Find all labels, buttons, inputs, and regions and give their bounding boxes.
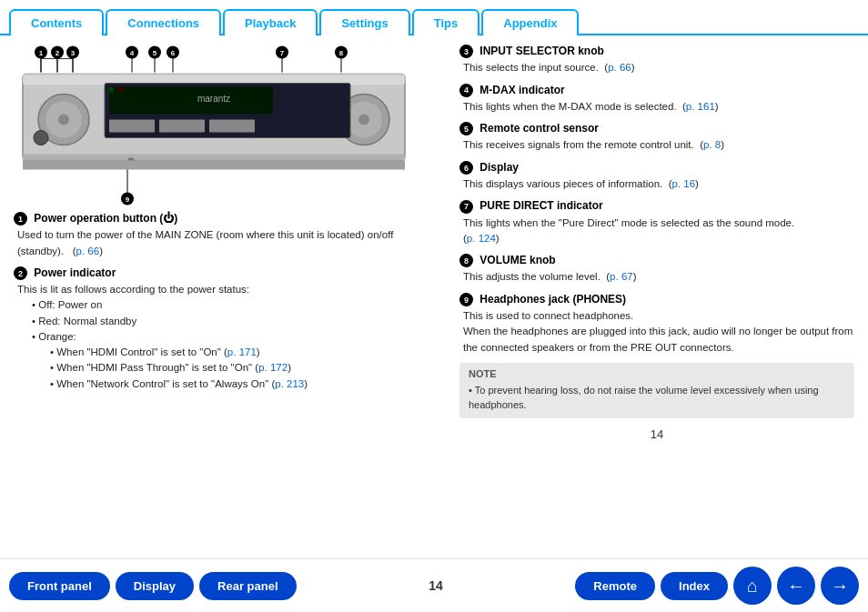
desc-section-4: 4 M-DAX indicator This lights when the M…: [459, 84, 854, 115]
svg-rect-8: [105, 84, 350, 138]
badge-1: 1: [14, 212, 27, 226]
index-button[interactable]: Index: [661, 572, 728, 600]
forward-icon: →: [831, 576, 849, 597]
right-panel: 3 INPUT SELECTOR knob This selects the i…: [450, 45, 854, 441]
link-p124[interactable]: p. 124: [467, 233, 496, 244]
svg-point-2: [38, 95, 89, 145]
desc-title-1: 1 Power operation button (⏻): [14, 212, 441, 226]
svg-text:marantz: marantz: [197, 94, 230, 104]
link-p66-2[interactable]: p. 66: [608, 62, 631, 73]
svg-text:8: 8: [339, 49, 344, 57]
svg-point-45: [121, 193, 134, 206]
svg-rect-1: [23, 75, 405, 85]
desc-title-2: 2 Power indicator: [14, 266, 441, 280]
badge-3: 3: [459, 45, 473, 58]
top-nav: Contents Connections Playback Settings T…: [0, 7, 868, 35]
desc-title-5: 5 Remote control sensor: [459, 122, 854, 135]
list-item: When "Network Control" is set to "Always…: [50, 376, 441, 392]
orange-sub-list: When "HDMI Control" is set to "On" (p. 1…: [50, 345, 441, 392]
forward-button[interactable]: →: [821, 567, 859, 605]
tab-contents[interactable]: Contents: [9, 9, 104, 35]
link-p16[interactable]: p. 16: [671, 178, 695, 189]
svg-text:6: 6: [171, 49, 176, 57]
svg-point-14: [108, 87, 114, 93]
back-icon: ←: [787, 576, 805, 597]
svg-rect-12: [209, 120, 255, 133]
desc-title-8: 8 VOLUME knob: [459, 254, 854, 267]
display-button[interactable]: Display: [116, 572, 194, 600]
svg-rect-11: [159, 120, 205, 133]
desc-section-9: 9 Headphones jack (PHONES) This is used …: [459, 293, 854, 356]
svg-rect-10: [109, 120, 155, 133]
list-item: Off: Power on: [32, 297, 441, 313]
list-item: Orange: When "HDMI Control" is set to "O…: [32, 329, 441, 392]
badge-8: 8: [459, 254, 473, 267]
tab-tips[interactable]: Tips: [412, 9, 480, 35]
desc-body-7: This lights when the "Pure Direct" mode …: [463, 216, 854, 247]
badge-2: 2: [14, 266, 27, 280]
desc-title-7: 7 PURE DIRECT indicator: [459, 199, 854, 213]
svg-point-42: [335, 46, 348, 59]
note-text: • To prevent hearing loss, do not raise …: [469, 383, 845, 413]
desc-body-1: Used to turn the power of the MAIN ZONE …: [17, 227, 441, 259]
note-label: NOTE: [469, 368, 845, 379]
home-button[interactable]: ⌂: [733, 567, 772, 605]
desc-section-3: 3 INPUT SELECTOR knob This selects the i…: [459, 45, 854, 76]
note-box: NOTE • To prevent hearing loss, do not r…: [459, 363, 854, 418]
badge-9: 9: [459, 293, 473, 306]
badge-4: 4: [459, 84, 473, 97]
front-panel-button[interactable]: Front panel: [9, 572, 110, 600]
rear-panel-button[interactable]: Rear panel: [199, 572, 296, 600]
desc-body-5: This receives signals from the remote co…: [463, 137, 854, 153]
bottom-nav: Front panel Display Rear panel 14 Remote…: [0, 558, 868, 612]
device-diagram: marantz 1 2: [14, 45, 414, 208]
svg-point-36: [167, 46, 179, 59]
desc-body-3: This selects the input source. (p. 66): [463, 60, 854, 75]
desc-section-8: 8 VOLUME knob This adjusts the volume le…: [459, 254, 854, 286]
link-p8[interactable]: p. 8: [703, 139, 721, 150]
svg-text:5: 5: [153, 49, 157, 57]
svg-point-3: [45, 102, 82, 138]
svg-point-15: [118, 87, 124, 93]
svg-point-7: [358, 115, 369, 125]
badge-7: 7: [459, 200, 473, 214]
svg-point-24: [51, 46, 64, 59]
link-p171[interactable]: p. 171: [227, 346, 257, 357]
tab-playback[interactable]: Playback: [223, 9, 318, 35]
svg-point-5: [338, 95, 389, 145]
svg-text:1: 1: [39, 49, 44, 57]
desc-body-9: This is used to connect headphones. When…: [463, 308, 854, 356]
svg-rect-17: [23, 155, 405, 161]
desc-section-2: 2 Power indicator This is lit as follows…: [14, 266, 441, 392]
link-p172[interactable]: p. 172: [258, 362, 288, 373]
svg-point-33: [148, 46, 161, 59]
svg-rect-19: [23, 161, 405, 170]
desc-section-6: 6 Display This displays various pieces o…: [459, 161, 854, 193]
svg-point-21: [35, 46, 47, 59]
link-p66-1[interactable]: p. 66: [76, 246, 100, 256]
tab-settings[interactable]: Settings: [319, 9, 409, 35]
desc-body-8: This adjusts the volume level. (p. 67): [463, 269, 854, 285]
desc-body-4: This lights when the M-DAX mode is selec…: [463, 99, 854, 115]
svg-point-27: [66, 46, 79, 59]
desc-title-3: 3 INPUT SELECTOR knob: [459, 45, 854, 58]
link-p161[interactable]: p. 161: [686, 101, 715, 112]
list-item: When "HDMI Pass Through" is set to "On" …: [50, 360, 441, 376]
svg-text:3: 3: [71, 49, 76, 57]
link-p213[interactable]: p. 213: [275, 378, 304, 389]
link-p67[interactable]: p. 67: [610, 271, 633, 282]
bottom-page-number: 14: [302, 578, 570, 593]
back-button[interactable]: ←: [777, 567, 815, 605]
svg-point-4: [58, 115, 69, 125]
svg-text:7: 7: [280, 49, 285, 57]
desc-section-7: 7 PURE DIRECT indicator This lights when…: [459, 199, 854, 246]
page-number: 14: [459, 427, 854, 441]
home-icon: ⌂: [747, 576, 758, 597]
tab-appendix[interactable]: Appendix: [481, 9, 579, 35]
svg-text:9: 9: [126, 196, 130, 204]
list-item: Red: Normal standby: [32, 314, 441, 329]
remote-button[interactable]: Remote: [575, 572, 655, 600]
desc-title-9: 9 Headphones jack (PHONES): [459, 293, 854, 306]
svg-point-6: [346, 102, 382, 138]
tab-connections[interactable]: Connections: [106, 9, 221, 35]
